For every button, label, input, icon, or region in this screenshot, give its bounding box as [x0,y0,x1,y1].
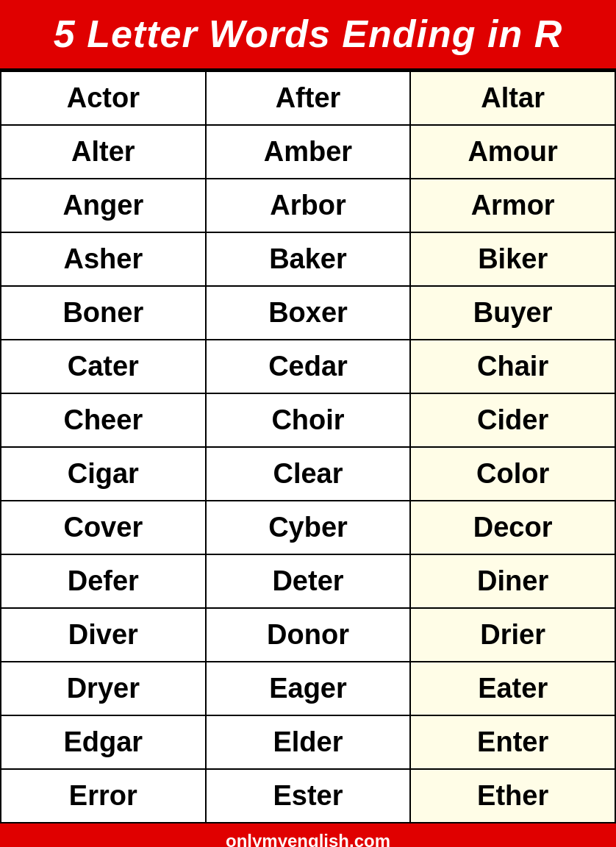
word-cell: Eager [206,662,411,715]
word-cell: Drier [410,608,615,662]
word-cell: Choir [206,393,411,447]
table-row: CigarClearColor [1,447,615,501]
word-cell: Altar [410,71,615,125]
page-header: 5 Letter Words Ending in R [0,0,616,68]
table-row: ErrorEsterEther [1,769,615,823]
word-cell: Error [1,769,206,823]
word-cell: Diner [410,554,615,608]
table-row: BonerBoxerBuyer [1,286,615,340]
word-cell: Asher [1,232,206,286]
word-cell: Cover [1,501,206,554]
word-cell: Enter [410,715,615,769]
word-cell: Deter [206,554,411,608]
word-cell: Cider [410,393,615,447]
table-row: AngerArborArmor [1,179,615,232]
word-cell: Cheer [1,393,206,447]
table-row: DryerEagerEater [1,662,615,715]
word-table: ActorAfterAltarAlterAmberAmourAngerArbor… [0,71,616,823]
footer-website: onlymyenglish.com [226,831,390,847]
word-cell: Defer [1,554,206,608]
word-cell: Color [410,447,615,501]
word-cell: Amour [410,125,615,179]
word-cell: Buyer [410,286,615,340]
table-row: CoverCyberDecor [1,501,615,554]
word-cell: Clear [206,447,411,501]
word-cell: Biker [410,232,615,286]
word-cell: Amber [206,125,411,179]
word-cell: Cedar [206,340,411,393]
word-cell: After [206,71,411,125]
table-row: DeferDeterDiner [1,554,615,608]
word-cell: Actor [1,71,206,125]
word-cell: Armor [410,179,615,232]
word-cell: Boner [1,286,206,340]
table-row: CheerChoirCider [1,393,615,447]
word-cell: Elder [206,715,411,769]
word-cell: Anger [1,179,206,232]
word-cell: Boxer [206,286,411,340]
word-cell: Donor [206,608,411,662]
word-cell: Ester [206,769,411,823]
word-cell: Cyber [206,501,411,554]
table-row: ActorAfterAltar [1,71,615,125]
word-cell: Chair [410,340,615,393]
word-cell: Eater [410,662,615,715]
word-cell: Ether [410,769,615,823]
word-cell: Edgar [1,715,206,769]
word-cell: Cigar [1,447,206,501]
word-cell: Baker [206,232,411,286]
word-cell: Decor [410,501,615,554]
word-cell: Diver [1,608,206,662]
table-row: DiverDonorDrier [1,608,615,662]
word-cell: Alter [1,125,206,179]
word-table-wrapper: ActorAfterAltarAlterAmberAmourAngerArbor… [0,68,616,823]
table-row: AlterAmberAmour [1,125,615,179]
table-row: AsherBakerBiker [1,232,615,286]
word-cell: Arbor [206,179,411,232]
table-row: EdgarElderEnter [1,715,615,769]
page-title: 5 Letter Words Ending in R [15,13,601,55]
table-row: CaterCedarChair [1,340,615,393]
word-cell: Dryer [1,662,206,715]
word-cell: Cater [1,340,206,393]
page-footer: onlymyenglish.com [0,823,616,847]
